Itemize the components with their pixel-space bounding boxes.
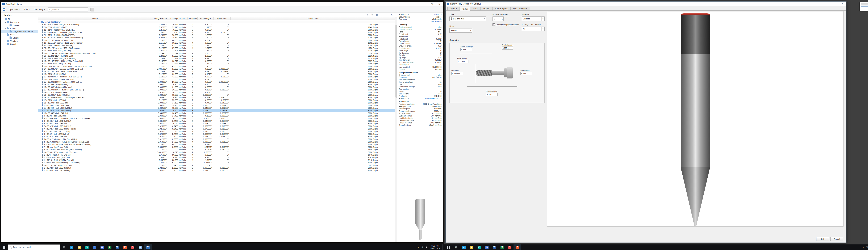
table-row[interactable]: 21 - Ø7/16" 118° - drill (.4375 in twist… [38,23,397,26]
type-select[interactable]: Ball end mill ▾ [450,17,486,21]
table-row[interactable]: 19 - Ø3/16" 118° - drill (.1875 ER Drill… [38,57,397,60]
table-row[interactable]: 15 - Ø0.093" - flat (.093 Flat)0.093000"… [38,83,397,86]
taskbar-search-input[interactable]: Type here to search [8,245,60,250]
table-row[interactable]: 7 - Ø0.025" - ball (.025 Ball 12s)0.0250… [38,125,397,127]
table-row[interactable]: 16 - Ø1/8" 135° - drill (.125 Drill)0.12… [38,62,397,65]
table-row[interactable]: 16 - Ø1/8" - flat (.125 Flat long flute)… [38,78,397,81]
notification-panel[interactable] [860,2,868,11]
material-select[interactable]: Carbide ▾ [522,17,545,21]
table-row[interactable]: 16 - Ø1/8" - flat (.125 Flat)0.12500"32.… [38,73,397,75]
column-header-ss[interactable]: Spindle speed [230,17,397,20]
add-tool-icon[interactable]: + [366,13,369,16]
table-row[interactable]: 4 - Ø0.058 R0.021" - radius mill (Corner… [38,140,397,143]
table-row[interactable]: 19 - Ø0.244" 118° - drill (.244 Undersiz… [38,52,397,55]
edge-icon[interactable]: e [68,245,75,250]
table-scrollbar[interactable] [395,17,397,242]
sidebar-item-documents[interactable]: ▸Documents [1,21,38,24]
table-row[interactable]: 16 - Ø0.187" - ball (.1875 Carbide Ball)… [38,70,397,73]
scrollbar-thumb[interactable] [396,25,397,98]
table-row[interactable]: 8 - Ø0.031" - ball (.031 Ball 12s)0.0310… [38,120,397,122]
table-row[interactable]: 13 - Ø0.0625 R0.005" - bull nose (.0625 … [38,96,397,99]
table-row[interactable]: 8 - Ø0.031" - ball (.031 Ball)0.031000"1… [38,122,397,125]
table-row[interactable]: 1 - Ø0.026" - ball (.026 Ball 15s)0.0260… [38,166,397,169]
table-row[interactable]: 6 - Ø0.02" - ball (.020 12s Ball)0.02000… [38,130,397,133]
sidebar-item-samples[interactable]: Samples [1,42,38,46]
stepper-down-icon[interactable]: ▼ [501,19,503,21]
edge-icon[interactable]: e [460,245,468,250]
table-row[interactable]: 15 - Ø0.093 R0.005" - bull nose (.093 Bu… [38,81,397,83]
mail-icon[interactable]: ✉ [91,245,98,250]
table-row[interactable]: 12 - Ø0.093" - ball (.093 Ball)0.093000"… [38,101,397,104]
word-icon[interactable]: W [114,245,121,250]
cancel-button[interactable]: Cancel [830,237,843,241]
coolant-select[interactable]: No ▾ [522,27,545,31]
move-down-icon[interactable]: ↓ [385,13,389,16]
notepad-icon[interactable]: ▤ [136,245,144,250]
info-value-link[interactable]: Mill Ball End [431,21,441,23]
volume-icon[interactable]: ◉ [426,246,427,248]
library-group-row[interactable]: ▾ HQ_Jewel Tool Library [38,20,397,23]
sidebar-item-vendors[interactable]: Vendors [1,39,38,42]
table-row[interactable]: 21 - Ø3/8" - flat (.375 FLAT)0.37500"72.… [38,26,397,29]
table-row[interactable]: 19 - Ø0.202" 118° - drill (.202 Drill)0.… [38,55,397,57]
table-row[interactable]: 12 - Ø1/8" - ball (.125 Ball)0.12500"55.… [38,99,397,101]
library-search-input[interactable]: Search [48,7,88,11]
mail-icon[interactable]: ✉ [483,245,491,250]
table-row[interactable]: 13 - Ø0.0625" - flat (.0625 Flat)0.06250… [38,94,397,96]
task-view-icon[interactable]: ⊟ [453,245,460,250]
table-row[interactable]: 1 - Ø7/16" - flat (.4375 Flat End Mill)0… [38,159,397,161]
delete-tool-icon[interactable]: ✕ [390,13,393,16]
filter-button[interactable] [90,8,94,11]
word-icon[interactable]: W [491,245,498,250]
tab-post-processor[interactable]: Post Processor [511,7,530,10]
shaft-diameter-field[interactable]: 0.125 in [502,46,513,50]
column-header-cfr[interactable]: Cutting feed rate [168,17,187,20]
tray-chevron-up-icon[interactable]: ∧ [862,246,864,248]
table-row[interactable]: 5 - Ø0.012" - flat (.012 Flat End Mill 2… [38,138,397,140]
tab-general[interactable]: General [447,7,460,10]
start-button[interactable] [444,245,453,250]
tree-caret-icon[interactable]: ▸ [5,34,6,36]
table-row[interactable]: 5 - Ø0.015" - ball (.015 Ball)0.015000"2… [38,135,397,138]
table-row[interactable]: 11 - Ø0.062" - ball (.062 Ball 6s)0.0625… [38,109,397,112]
table-row[interactable]: 3 - Ø1/4" 45° - chamfer mill (Chamfer 45… [38,143,397,146]
minimize-button[interactable]: – [421,2,428,6]
table-row[interactable]: 1 - Ø3/4" - flat (.75 Flat End Mill)0.75… [38,154,397,156]
dialog-title-bar[interactable]: Library - [HQ_Jewel Tool Library] ✕ [446,2,846,6]
table-row[interactable]: 20 - Ø0.187" - flat (.1875 Flat (CT))0.1… [38,39,397,41]
table-row[interactable]: 1 - Ø0.152" 115° - drill (.152 Drill)0.1… [38,164,397,166]
file-explorer-icon[interactable]: ▣ [468,245,475,250]
column-header-fc[interactable]: Flute count [187,17,197,20]
sidebar-item-all[interactable]: ▸All [1,18,38,21]
table-row[interactable]: 15 - Ø0.093 R0.01" - bull nose (.093 Bul… [38,88,397,91]
table-row[interactable]: 1 - Ø5/8" 118° - drill (.625 Drill)0.625… [38,156,397,159]
library-grid-icon[interactable] [3,8,5,11]
chrome-icon[interactable]: ◯ [129,245,136,250]
close-button[interactable]: ✕ [436,2,443,6]
start-button[interactable] [0,245,8,250]
photos-icon[interactable]: ▦ [98,245,106,250]
table-row[interactable]: 11 - Ø0.062" - ball (.062 Ball 12s)0.062… [38,106,397,109]
chrome-icon[interactable]: ◯ [506,245,514,250]
table-row[interactable]: 20 - Ø0.3113" - reamer (.3113 Dowel Ream… [38,36,397,39]
operation-button[interactable]: Operation▾ [7,7,21,12]
table-row[interactable]: 20 - Ø0.123" - reamer (.123 HSS Reamer)0… [38,47,397,49]
excel-icon[interactable]: X [106,245,114,250]
shoulder-length-field[interactable]: 0.5 in [460,48,472,51]
table-row[interactable]: 6 - Ø0.02" - ball (.020 Ball 4s)0.020000… [38,133,397,135]
geometry-button[interactable]: Geometry▾ [32,7,47,12]
file-explorer-icon[interactable]: ▣ [75,245,83,250]
table-row[interactable]: 10 - Ø0.047" - ball (.047 Ball)0.046500"… [38,112,397,115]
table-row[interactable]: 9 - Ø0.04" - ball (.040 Ball)0.040000"14… [38,115,397,117]
table-row[interactable]: 7 - Ø0.025" - ball (.025 Ball 6s Reach)0… [38,127,397,130]
clockwise-rotation-checkbox[interactable]: ✓ Clockwise spindle rotation [493,24,519,26]
show-desktop-button[interactable] [442,245,444,250]
table-row[interactable]: 18 - Ø0.147" 180° - drill (.147 Flat Bot… [38,60,397,62]
network-icon[interactable]: ◫ [422,246,424,248]
info-value-link[interactable]: SYB-C13 [434,13,441,16]
store-icon[interactable]: ⊞ [475,245,483,250]
table-row[interactable]: 11 - Ø0.062" - ball (.0625 Ball)0.062500… [38,104,397,106]
sidebar-item-untitled[interactable]: Untitled [1,24,38,27]
sidebar-item-library[interactable]: Library [1,36,38,39]
tool-3d-viewport[interactable] [547,11,843,226]
